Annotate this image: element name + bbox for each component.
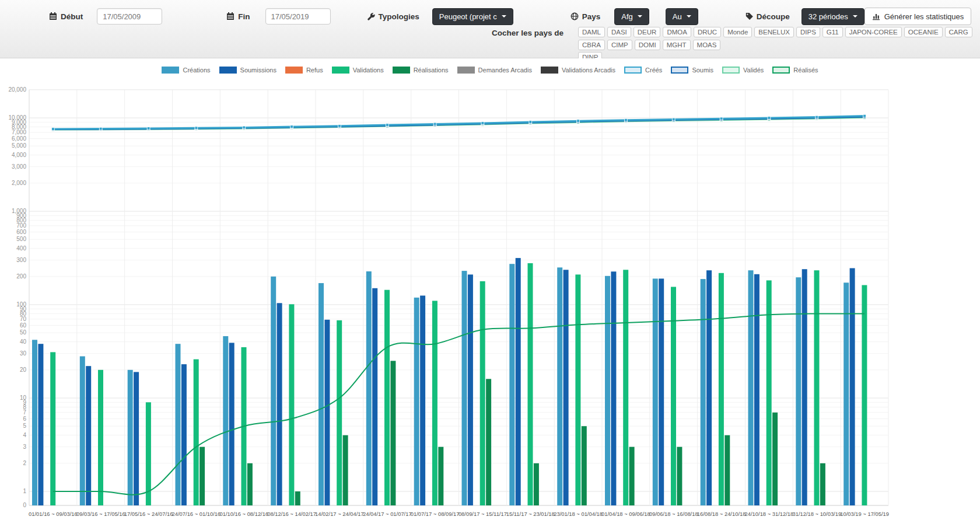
legend-swatch <box>541 67 558 74</box>
svg-text:01/07/17 ~ 08/09/17: 01/07/17 ~ 08/09/17 <box>411 511 460 517</box>
decoupe-dropdown-value: 32 périodes <box>808 12 848 21</box>
generate-stats-button[interactable]: Générer les statistiques <box>864 8 972 25</box>
legend-swatch <box>219 67 237 74</box>
legend-item-créés[interactable]: Créés <box>624 67 662 74</box>
svg-text:09/06/18 ~ 16/08/18: 09/06/18 ~ 16/08/18 <box>649 511 698 517</box>
legend-item-refus[interactable]: Refus <box>285 67 323 74</box>
legend-label: Réalisations <box>414 67 449 74</box>
svg-text:0: 0 <box>23 502 26 508</box>
chevron-down-icon <box>687 15 691 18</box>
country-tag-monde[interactable]: Monde <box>723 27 752 37</box>
cocher-pays-label: Cocher les pays de <box>492 29 564 37</box>
svg-text:3: 3 <box>23 444 26 450</box>
svg-text:600: 600 <box>16 229 26 235</box>
fin-input[interactable] <box>265 8 331 25</box>
pays-dropdown-2-value: Au <box>673 12 682 21</box>
debut-input[interactable] <box>97 8 162 25</box>
typologies-dropdown[interactable]: Peugeot (projet c <box>432 8 513 25</box>
svg-text:5: 5 <box>23 423 26 429</box>
country-tag-g11[interactable]: G11 <box>822 27 843 37</box>
country-tag-cbra[interactable]: CBRA <box>578 40 605 50</box>
country-tag-japon-coree[interactable]: JAPON-COREE <box>845 27 902 37</box>
fin-label-group: Fin <box>226 12 250 21</box>
legend-swatch <box>285 67 303 74</box>
country-tag-oceanie[interactable]: OCEANIE <box>904 27 943 37</box>
svg-text:40: 40 <box>20 338 27 345</box>
country-tag-carg[interactable]: CARG <box>945 27 972 37</box>
country-tag-dmoa[interactable]: DMOA <box>663 27 691 37</box>
svg-text:09/03/16 ~ 17/05/16: 09/03/16 ~ 17/05/16 <box>76 511 125 517</box>
country-tag-mght[interactable]: MGHT <box>663 40 691 50</box>
generate-stats-label: Générer les statistiques <box>884 12 964 21</box>
calendar-icon <box>49 12 57 20</box>
legend-item-validations[interactable]: Validations <box>332 67 384 74</box>
chevron-down-icon <box>502 15 506 18</box>
pays-label-group: Pays <box>570 12 601 21</box>
legend-item-réalisés[interactable]: Réalisés <box>772 67 818 74</box>
legend-label: Validations <box>353 67 384 74</box>
svg-text:70: 70 <box>20 316 27 322</box>
fin-label: Fin <box>238 12 250 21</box>
legend-label: Refus <box>306 67 323 74</box>
decoupe-dropdown[interactable]: 32 périodes <box>802 8 864 25</box>
legend-item-demandes-arcadis[interactable]: Demandes Arcadis <box>457 67 532 74</box>
svg-text:7,000: 7,000 <box>12 129 26 135</box>
svg-text:700: 700 <box>16 222 26 229</box>
country-tag-druc[interactable]: DRUC <box>694 27 721 37</box>
svg-text:24/07/16 ~ 01/10/16: 24/07/16 ~ 01/10/16 <box>172 511 221 517</box>
statistics-chart-section: CréationsSoumissionsRefusValidationsRéal… <box>0 58 980 520</box>
legend-label: Validés <box>743 67 764 74</box>
svg-text:16/08/18 ~ 24/10/18: 16/08/18 ~ 24/10/18 <box>697 511 746 517</box>
svg-text:7: 7 <box>23 409 26 416</box>
country-tag-deur[interactable]: DEUR <box>634 27 661 37</box>
svg-text:5,000: 5,000 <box>12 142 26 149</box>
pays-dropdown-1[interactable]: Afg <box>614 8 649 25</box>
svg-text:400: 400 <box>16 245 26 252</box>
legend-item-soumissions[interactable]: Soumissions <box>219 67 276 74</box>
legend-swatch <box>671 67 688 74</box>
country-tag-benelux[interactable]: BENELUX <box>754 27 794 37</box>
decoupe-label: Découpe <box>757 12 790 21</box>
country-tag-cimp[interactable]: CIMP <box>607 40 632 50</box>
country-tag-dips[interactable]: DIPS <box>796 27 820 37</box>
legend-label: Demandes Arcadis <box>478 67 532 74</box>
country-tags-row-1: DAMLDASIDEURDMOADRUCMondeBENELUXDIPSG11J… <box>578 27 972 50</box>
svg-text:2,000: 2,000 <box>12 180 26 186</box>
svg-text:14/02/17 ~ 24/04/17: 14/02/17 ~ 24/04/17 <box>315 511 364 517</box>
legend-swatch <box>624 67 642 74</box>
svg-text:24/04/17 ~ 01/07/17: 24/04/17 ~ 01/07/17 <box>363 511 412 517</box>
svg-text:4,000: 4,000 <box>12 152 26 158</box>
legend-item-soumis[interactable]: Soumis <box>671 67 713 74</box>
toolbar: Début Fin Typologies Peugeot (projet c P… <box>0 0 980 58</box>
svg-text:01/10/16 ~ 08/12/16: 01/10/16 ~ 08/12/16 <box>219 511 268 517</box>
legend-item-validés[interactable]: Validés <box>722 67 764 74</box>
country-tag-dasi[interactable]: DASI <box>607 27 631 37</box>
svg-text:01/04/18 ~ 09/06/18: 01/04/18 ~ 09/06/18 <box>601 511 650 517</box>
globe-icon <box>570 12 579 20</box>
pays-dropdown-2[interactable]: Au <box>666 8 698 25</box>
pays-label: Pays <box>582 12 601 21</box>
legend-item-créations[interactable]: Créations <box>162 67 210 74</box>
legend-item-réalisations[interactable]: Réalisations <box>393 67 449 74</box>
country-tag-daml[interactable]: DAML <box>578 27 605 37</box>
svg-text:20: 20 <box>20 367 27 373</box>
svg-text:60: 60 <box>20 322 27 329</box>
legend-item-validations-arcadis[interactable]: Validations Arcadis <box>541 67 615 74</box>
country-tag-domi[interactable]: DOMI <box>635 40 660 50</box>
legend-swatch <box>457 67 475 74</box>
legend-swatch <box>162 67 179 74</box>
legend-label: Soumissions <box>240 67 276 74</box>
legend-label: Validations Arcadis <box>562 67 615 74</box>
typologies-label: Typologies <box>379 12 419 21</box>
svg-text:31/12/18 ~ 10/03/19: 31/12/18 ~ 10/03/19 <box>792 511 841 517</box>
svg-text:50: 50 <box>20 329 27 336</box>
country-tag-moas[interactable]: MOAS <box>693 40 721 50</box>
chevron-down-icon <box>853 15 858 18</box>
chart-canvas: 20,00010,0009,0008,0007,0006,0005,0004,0… <box>0 74 980 520</box>
svg-text:01/01/16 ~ 09/03/16: 01/01/16 ~ 09/03/16 <box>29 511 78 517</box>
svg-text:6,000: 6,000 <box>12 135 26 142</box>
legend-swatch <box>722 67 740 74</box>
svg-text:6: 6 <box>23 416 26 422</box>
svg-text:30: 30 <box>20 350 27 357</box>
decoupe-label-group: Découpe <box>745 12 790 21</box>
